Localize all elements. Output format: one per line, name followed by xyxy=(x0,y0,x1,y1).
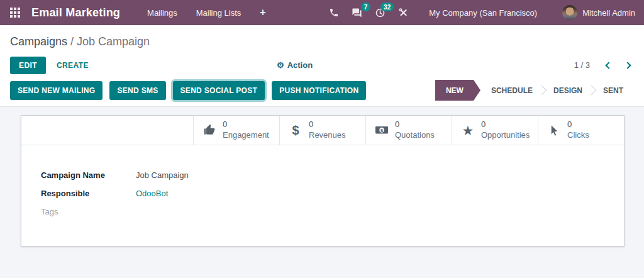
stat-value: 0 xyxy=(223,120,269,130)
send-buttons: SEND NEW MAILING SEND SMS SEND SOCIAL PO… xyxy=(10,81,366,100)
apps-grid-glyph xyxy=(10,8,20,18)
pager-next-button[interactable] xyxy=(624,62,631,69)
breadcrumb-campaigns[interactable]: Campaigns xyxy=(10,35,67,48)
stat-button-row: 0 Engagement $ 0 Revenues $ 0 xyxy=(21,116,624,145)
navbar-left: Email Marketing Mailings Mailing Lists + xyxy=(0,0,275,25)
content-area: 0 Engagement $ 0 Revenues $ 0 xyxy=(0,107,644,247)
menu-mailing-lists[interactable]: Mailing Lists xyxy=(187,0,251,25)
top-navbar: Email Marketing Mailings Mailing Lists +… xyxy=(0,0,644,25)
stat-button-opportunities[interactable]: ★ 0 Opportunities xyxy=(452,116,538,145)
stat-button-quotations[interactable]: $ 0 Quotations xyxy=(365,116,452,145)
control-panel-actions-row: EDIT CREATE ⚙ Action 1 / 3 xyxy=(10,57,634,74)
apps-grid-icon[interactable] xyxy=(0,0,30,25)
button-statusbar-row: SEND NEW MAILING SEND SMS SEND SOCIAL PO… xyxy=(10,80,634,106)
send-sms-button[interactable]: SEND SMS xyxy=(109,81,165,100)
phone-icon[interactable] xyxy=(323,0,345,25)
send-new-mailing-button[interactable]: SEND NEW MAILING xyxy=(10,81,103,100)
stat-value: 0 xyxy=(481,120,530,130)
systray: 7 32 My Company (San Francisco) Mitchell… xyxy=(323,0,635,25)
app-name[interactable]: Email Marketing xyxy=(31,6,120,19)
stat-label: Opportunities xyxy=(481,130,530,141)
money-bill-icon: $ xyxy=(374,123,389,137)
svg-text:$: $ xyxy=(380,128,384,133)
stat-label: Clicks xyxy=(567,130,589,141)
field-label: Campaign Name xyxy=(41,171,136,180)
action-label: Action xyxy=(287,60,313,70)
menu-add-plus[interactable]: + xyxy=(250,0,275,25)
statusbar: NEW SCHEDULE DESIGN SENT xyxy=(435,80,634,101)
stat-text: 0 Quotations xyxy=(395,120,435,141)
status-step-design[interactable]: DESIGN xyxy=(543,86,593,95)
edit-button[interactable]: EDIT xyxy=(10,57,46,74)
stat-label: Revenues xyxy=(309,130,346,141)
breadcrumb-separator: / xyxy=(67,35,77,48)
field-tags: Tags xyxy=(41,208,624,216)
stat-text: 0 Revenues xyxy=(309,120,346,141)
star-icon: ★ xyxy=(460,124,475,137)
main-menu: Mailings Mailing Lists + xyxy=(138,0,275,25)
status-step-new[interactable]: NEW xyxy=(435,80,480,101)
field-label: Responsible xyxy=(41,189,136,198)
stat-text: 0 Engagement xyxy=(223,120,269,141)
stat-value: 0 xyxy=(395,120,435,130)
user-menu[interactable]: Mitchell Admin xyxy=(547,5,635,20)
breadcrumb: Campaigns / Job Campaign xyxy=(10,34,634,49)
send-social-post-button[interactable]: SEND SOCIAL POST xyxy=(173,81,265,100)
responsible-user-link[interactable]: OdooBot xyxy=(136,189,168,198)
stat-text: 0 Opportunities xyxy=(481,120,530,141)
crossed-tools-icon[interactable] xyxy=(392,0,415,25)
user-name: Mitchell Admin xyxy=(582,8,635,18)
status-step-schedule[interactable]: SCHEDULE xyxy=(480,86,543,95)
form-sheet: 0 Engagement $ 0 Revenues $ 0 xyxy=(21,115,625,247)
dollar-icon: $ xyxy=(288,124,303,136)
pager: 1 / 3 xyxy=(574,60,634,70)
push-notification-button[interactable]: PUSH NOTIFICATION xyxy=(272,81,366,100)
pager-previous-button[interactable] xyxy=(605,62,612,69)
campaign-name-value: Job Campaign xyxy=(136,171,189,180)
stat-label: Quotations xyxy=(395,130,435,141)
action-dropdown[interactable]: ⚙ Action xyxy=(277,60,313,70)
field-responsible: Responsible OdooBot xyxy=(41,189,624,198)
field-campaign-name: Campaign Name Job Campaign xyxy=(41,171,624,180)
stat-value: 0 xyxy=(309,120,346,130)
stat-button-revenues[interactable]: $ 0 Revenues xyxy=(279,116,365,145)
stat-text: 0 Clicks xyxy=(567,120,589,141)
stat-row-spacer xyxy=(21,116,193,145)
thumbs-up-icon xyxy=(202,124,217,136)
avatar xyxy=(562,5,577,20)
stat-button-engagement[interactable]: 0 Engagement xyxy=(193,116,279,145)
create-button[interactable]: CREATE xyxy=(57,61,89,70)
pager-controls xyxy=(606,63,630,68)
company-switcher[interactable]: My Company (San Francisco) xyxy=(415,8,547,18)
field-label: Tags xyxy=(41,208,136,216)
pager-value: 1 / 3 xyxy=(574,60,590,70)
stat-button-clicks[interactable]: 0 Clicks xyxy=(538,116,624,145)
menu-mailings[interactable]: Mailings xyxy=(138,0,187,25)
status-step-sent[interactable]: SENT xyxy=(592,86,634,95)
control-panel: Campaigns / Job Campaign EDIT CREATE ⚙ A… xyxy=(0,25,644,107)
form-fields: Campaign Name Job Campaign Responsible O… xyxy=(21,145,624,216)
gear-icon: ⚙ xyxy=(277,61,284,69)
chat-bubbles-icon[interactable]: 7 xyxy=(345,0,369,25)
stat-label: Engagement xyxy=(223,130,269,141)
mouse-cursor-icon xyxy=(547,125,562,136)
stat-value: 0 xyxy=(567,120,589,130)
clock-activities-icon[interactable]: 32 xyxy=(369,0,392,25)
breadcrumb-current: Job Campaign xyxy=(77,35,150,48)
